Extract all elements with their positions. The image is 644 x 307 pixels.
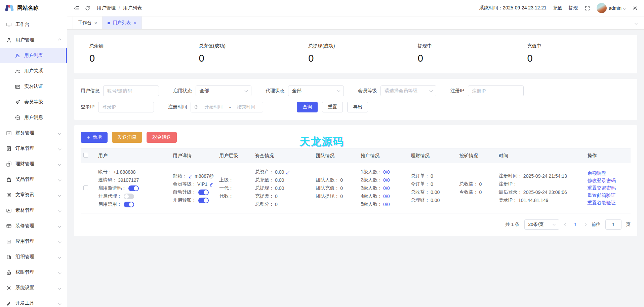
- goto-page-input[interactable]: [605, 219, 621, 230]
- sidebar-item-prize-management[interactable]: 奖品管理: [0, 172, 67, 187]
- chevron-left-icon: [564, 223, 567, 226]
- diff-value: 0: [275, 194, 278, 199]
- breadcrumb-item-current: 用户列表: [123, 5, 142, 11]
- user-menu[interactable]: admin: [597, 3, 626, 13]
- avatar[interactable]: [597, 3, 607, 13]
- close-icon[interactable]: [133, 21, 136, 26]
- bonus-gift-button[interactable]: 彩金赠送: [147, 132, 177, 143]
- fullscreen-icon[interactable]: [585, 5, 590, 11]
- sidebar-item-app-management[interactable]: 应用管理: [0, 234, 67, 249]
- sidebar-item-permission-management[interactable]: 权限管理: [0, 265, 67, 280]
- promo-level1-link[interactable]: 0/0: [383, 169, 390, 175]
- close-icon[interactable]: [94, 21, 97, 26]
- promo-level2-link[interactable]: 0/0: [383, 177, 390, 183]
- settings-gear-icon[interactable]: [632, 5, 638, 11]
- refresh-icon[interactable]: [85, 5, 90, 11]
- auto-upgrade-toggle[interactable]: [198, 190, 209, 195]
- article-icon: [6, 192, 12, 198]
- sidebar-item-workbench[interactable]: 工作台: [0, 17, 67, 32]
- withdraw-value: 0.00: [275, 185, 284, 191]
- next-page-button[interactable]: [583, 224, 587, 226]
- earn-total-value: 0.00: [431, 190, 440, 195]
- site-name: 网站名称: [17, 5, 39, 12]
- sidebar-item-decoration-management[interactable]: 装修管理: [0, 218, 67, 234]
- add-button-label: 新增: [92, 134, 102, 140]
- register-time-range-picker[interactable]: 开始时间 - 结束时间: [191, 102, 263, 112]
- sidebar-item-label: 会员等级: [24, 99, 61, 105]
- reset-button[interactable]: 重置: [322, 102, 343, 112]
- sidebar: 网站名称 工作台 用户管理 用户列表 用户关系 实名认证: [0, 0, 67, 307]
- invite-code-toggle[interactable]: [128, 185, 139, 191]
- grade-value: VIP1: [197, 181, 207, 187]
- reset-trade-password-link[interactable]: 重置交易密码: [588, 185, 616, 191]
- sidebar-item-dev-tools[interactable]: 开发工具: [0, 296, 67, 307]
- edit-email-icon[interactable]: [189, 174, 193, 178]
- tabbar: 工作台 用户列表: [67, 16, 644, 30]
- email-value: m8887@: [195, 173, 214, 179]
- page-size-select[interactable]: 20条/页: [524, 219, 559, 230]
- add-button[interactable]: 新增: [81, 132, 108, 143]
- stat-value: 0: [89, 53, 192, 64]
- current-page[interactable]: 1: [572, 222, 578, 227]
- row-checkbox[interactable]: [83, 185, 88, 190]
- stat-value: 0: [418, 53, 520, 64]
- prev-page-button[interactable]: [564, 224, 568, 226]
- sidebar-item-finance-management[interactable]: 财务管理: [0, 125, 67, 141]
- tab-user-list[interactable]: 用户列表: [103, 16, 142, 29]
- promo-level5-link[interactable]: 0/0: [383, 202, 390, 207]
- reset-google-verify-link[interactable]: 重置谷歌验证: [588, 200, 616, 206]
- reg-time-label: 注册时间: [168, 104, 187, 110]
- change-login-password-link[interactable]: 修改登录密码: [588, 178, 616, 184]
- sidebar-item-organization-management[interactable]: 组织管理: [0, 249, 67, 265]
- enable-status-select[interactable]: 全部: [196, 86, 251, 96]
- sidebar-item-system-settings[interactable]: 系统设置: [0, 280, 67, 296]
- breadcrumb-item[interactable]: 用户管理: [97, 5, 116, 11]
- stat-label: 总余额: [89, 43, 192, 49]
- export-button[interactable]: 导出: [347, 102, 368, 112]
- sidebar-item-user-management[interactable]: 用户管理: [0, 32, 67, 48]
- sidebar-item-order-management[interactable]: 订单管理: [0, 141, 67, 156]
- withdraw-link[interactable]: 提现: [569, 5, 578, 11]
- tab-actions-dropdown[interactable]: [628, 16, 644, 29]
- balance-adjust-link[interactable]: 余额调整: [588, 170, 606, 176]
- points-value: 0: [275, 202, 278, 207]
- tab-workbench[interactable]: 工作台: [73, 16, 103, 29]
- promo-level4-link[interactable]: 0/0: [383, 194, 390, 199]
- sidebar-item-user-relation[interactable]: 用户关系: [0, 63, 67, 79]
- search-button[interactable]: 查询: [297, 102, 318, 112]
- sidebar-item-member-level[interactable]: 会员等级: [0, 94, 67, 110]
- pencil-icon: [6, 301, 12, 306]
- transfer-toggle[interactable]: [198, 198, 209, 203]
- agent-status-select[interactable]: 全部: [288, 86, 344, 96]
- user-info-label: 用户信息: [81, 88, 99, 94]
- reset-email-verify-link[interactable]: 重置邮箱验证: [588, 193, 616, 199]
- collapse-sidebar-icon[interactable]: [74, 5, 80, 11]
- login-ip-input[interactable]: [98, 102, 154, 112]
- sidebar-item-wealth-management[interactable]: 理财管理: [0, 156, 67, 172]
- select-all-checkbox[interactable]: [83, 153, 88, 158]
- cell-time: 注册时间：2025-09-24 21:54:13 注册IP： 最后登录：2025…: [496, 163, 585, 213]
- sidebar-item-user-message[interactable]: 用户消息: [0, 110, 67, 125]
- edit-grade-icon[interactable]: [209, 182, 213, 186]
- app-window-icon: [6, 239, 12, 244]
- edit-assets-icon[interactable]: [286, 170, 290, 174]
- chevron-down-icon: [58, 193, 62, 197]
- chevron-down-icon: [552, 223, 556, 226]
- recharge-link[interactable]: 充值: [553, 5, 562, 11]
- sidebar-item-user-list[interactable]: 用户列表: [0, 48, 67, 63]
- send-message-button[interactable]: 发送消息: [112, 132, 142, 143]
- disable-toggle[interactable]: [124, 202, 134, 207]
- sidebar-item-material-management[interactable]: 素材管理: [0, 203, 67, 218]
- agent-toggle[interactable]: [124, 194, 134, 199]
- chevron-down-icon: [58, 209, 62, 212]
- reg-ip-input[interactable]: [468, 86, 524, 96]
- sidebar-item-article-news[interactable]: 文章资讯: [0, 187, 67, 203]
- col-promotion: 推广情况: [358, 148, 408, 163]
- user-info-input[interactable]: [103, 86, 159, 96]
- member-level-select[interactable]: 请选择会员等级: [380, 86, 436, 96]
- sidebar-item-real-name-auth[interactable]: 实名认证: [0, 79, 67, 94]
- cell-funds: 总资产：0.00 总充值：0.00 总提现：0.00 充提差：0 总积分：0: [252, 163, 313, 213]
- sidebar-menu: 工作台 用户管理 用户列表 用户关系 实名认证 会员等级: [0, 16, 67, 307]
- mining-total-value: 0: [479, 181, 482, 187]
- promo-level3-link[interactable]: 0/0: [383, 185, 390, 191]
